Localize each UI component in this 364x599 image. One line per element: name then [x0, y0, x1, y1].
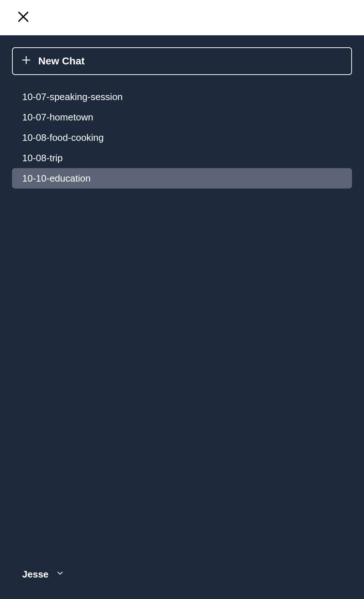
sidebar-panel: New Chat 10-07-speaking-session 10-07-ho… — [0, 35, 364, 599]
conversation-label: 10-08-trip — [22, 152, 63, 164]
conversation-list: 10-07-speaking-session 10-07-hometown 10… — [12, 87, 352, 189]
user-menu[interactable]: Jesse — [22, 569, 64, 580]
conversation-item[interactable]: 10-07-speaking-session — [12, 87, 352, 107]
new-chat-label: New Chat — [38, 55, 85, 67]
conversation-label: 10-10-education — [22, 173, 91, 184]
conversation-label: 10-07-speaking-session — [22, 91, 123, 103]
conversation-label: 10-08-food-cooking — [22, 132, 104, 143]
conversation-item[interactable]: 10-07-hometown — [12, 107, 352, 127]
conversation-label: 10-07-hometown — [22, 112, 93, 123]
user-name: Jesse — [22, 569, 48, 580]
plus-icon — [21, 55, 32, 68]
chevron-down-icon — [56, 569, 64, 580]
header — [0, 0, 364, 35]
conversation-item-selected[interactable]: 10-10-education — [12, 168, 352, 189]
close-icon[interactable] — [16, 9, 31, 26]
conversation-item[interactable]: 10-08-food-cooking — [12, 127, 352, 148]
conversation-item[interactable]: 10-08-trip — [12, 148, 352, 168]
new-chat-button[interactable]: New Chat — [12, 47, 352, 75]
